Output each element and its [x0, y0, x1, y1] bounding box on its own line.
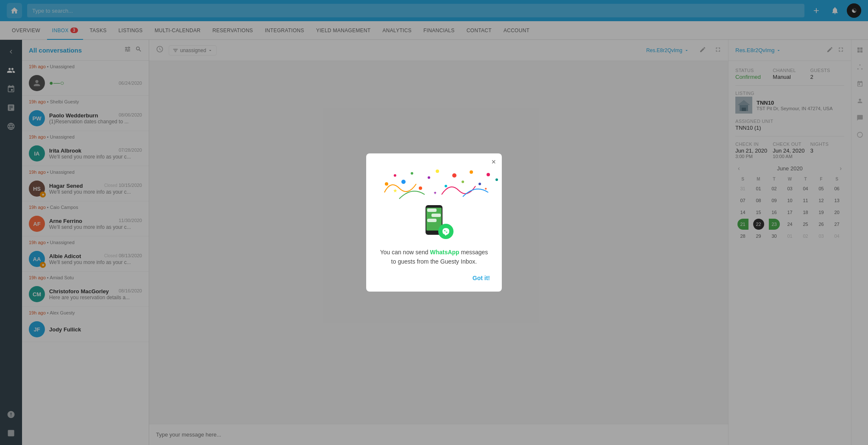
svg-point-22: [470, 170, 473, 174]
svg-point-17: [428, 176, 430, 179]
modal-text: You can now send WhatsApp messages to gu…: [378, 248, 490, 267]
svg-rect-33: [427, 219, 437, 222]
svg-point-13: [394, 174, 396, 177]
modal-overlay[interactable]: ×: [0, 0, 868, 445]
svg-rect-32: [431, 214, 441, 217]
phone-svg: [417, 201, 459, 243]
svg-point-12: [385, 182, 388, 186]
svg-point-16: [419, 186, 422, 190]
whatsapp-modal: ×: [366, 153, 502, 292]
svg-text:✦: ✦: [484, 186, 487, 191]
svg-point-15: [411, 172, 413, 175]
svg-text:★: ★: [393, 188, 398, 194]
modal-close-button[interactable]: ×: [491, 158, 496, 167]
svg-point-18: [436, 170, 439, 173]
modal-got-it-button[interactable]: Got it!: [378, 275, 490, 281]
svg-point-25: [495, 178, 498, 181]
svg-point-14: [401, 180, 406, 184]
svg-point-21: [462, 181, 464, 183]
svg-text:✦: ✦: [433, 190, 437, 195]
svg-point-20: [452, 173, 456, 178]
svg-rect-31: [427, 209, 437, 212]
svg-point-23: [479, 183, 481, 185]
confetti-svg: ★ ✦ ✦: [378, 167, 505, 201]
svg-point-24: [487, 173, 490, 176]
svg-point-19: [445, 185, 447, 187]
modal-whatsapp-link[interactable]: WhatsApp: [430, 249, 459, 256]
modal-confetti: ★ ✦ ✦: [378, 167, 490, 201]
modal-phone-illustration: [417, 201, 451, 239]
